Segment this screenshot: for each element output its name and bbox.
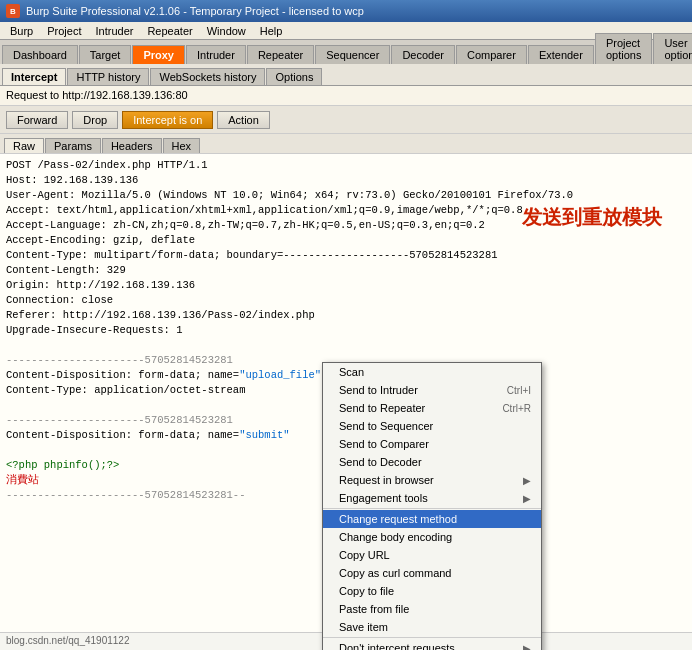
context-menu-item-engagement-tools[interactable]: Engagement tools▶ xyxy=(323,489,541,507)
main-tab-bar: DashboardTargetProxyIntruderRepeaterSequ… xyxy=(0,40,692,64)
context-menu-label: Send to Sequencer xyxy=(339,420,433,432)
context-menu-label: Send to Intruder xyxy=(339,384,418,396)
context-menu-label: Engagement tools xyxy=(339,492,428,504)
context-menu: ScanSend to IntruderCtrl+ISend to Repeat… xyxy=(322,362,542,650)
context-menu-label: Don't intercept requests xyxy=(339,642,455,650)
context-menu-shortcut: Ctrl+R xyxy=(502,403,531,414)
context-menu-item-copy-to-file[interactable]: Copy to file xyxy=(323,582,541,600)
context-menu-label: Copy as curl command xyxy=(339,567,452,579)
context-menu-label: Request in browser xyxy=(339,474,434,486)
secondary-tab-websockets-history[interactable]: WebSockets history xyxy=(150,68,265,85)
context-menu-item-save-item[interactable]: Save item xyxy=(323,618,541,636)
content-tab-bar: RawParamsHeadersHex xyxy=(0,134,692,154)
main-tab-decoder[interactable]: Decoder xyxy=(391,45,455,64)
context-menu-item-copy-as-curl[interactable]: Copy as curl command xyxy=(323,564,541,582)
title-bar: B Burp Suite Professional v2.1.06 - Temp… xyxy=(0,0,692,22)
toolbar: Forward Drop Intercept is on Action xyxy=(0,106,692,134)
context-menu-item-send-to-repeater[interactable]: Send to RepeaterCtrl+R xyxy=(323,399,541,417)
context-menu-label: Send to Repeater xyxy=(339,402,425,414)
content-tab-headers[interactable]: Headers xyxy=(102,138,162,153)
context-menu-item-request-in-browser[interactable]: Request in browser▶ xyxy=(323,471,541,489)
context-menu-item-change-body-encoding[interactable]: Change body encoding xyxy=(323,528,541,546)
forward-button[interactable]: Forward xyxy=(6,111,68,129)
main-tab-user-options[interactable]: User options xyxy=(653,33,692,64)
context-menu-label: Copy to file xyxy=(339,585,394,597)
menu-item-burp[interactable]: Burp xyxy=(4,24,39,38)
context-menu-item-change-request-method[interactable]: Change request method xyxy=(323,510,541,528)
context-menu-label: Copy URL xyxy=(339,549,390,561)
menu-bar: BurpProjectIntruderRepeaterWindowHelp xyxy=(0,22,692,40)
info-bar-text: blog.csdn.net/qq_41901122 xyxy=(6,635,129,646)
action-button[interactable]: Action xyxy=(217,111,270,129)
context-menu-item-paste-from-file[interactable]: Paste from file xyxy=(323,600,541,618)
main-tab-comparer[interactable]: Comparer xyxy=(456,45,527,64)
main-tab-project-options[interactable]: Project options xyxy=(595,33,652,64)
window-title: Burp Suite Professional v2.1.06 - Tempor… xyxy=(26,5,364,17)
main-tab-proxy[interactable]: Proxy xyxy=(132,45,185,64)
context-menu-item-copy-url[interactable]: Copy URL xyxy=(323,546,541,564)
context-menu-item-send-to-intruder[interactable]: Send to IntruderCtrl+I xyxy=(323,381,541,399)
menu-item-repeater[interactable]: Repeater xyxy=(141,24,198,38)
context-menu-item-send-to-sequencer[interactable]: Send to Sequencer xyxy=(323,417,541,435)
drop-button[interactable]: Drop xyxy=(72,111,118,129)
menu-item-help[interactable]: Help xyxy=(254,24,289,38)
content-tab-raw[interactable]: Raw xyxy=(4,138,44,153)
context-menu-label: Send to Decoder xyxy=(339,456,422,468)
main-tab-intruder[interactable]: Intruder xyxy=(186,45,246,64)
secondary-tab-intercept[interactable]: Intercept xyxy=(2,68,66,85)
secondary-tab-bar: InterceptHTTP historyWebSockets historyO… xyxy=(0,64,692,86)
main-tab-target[interactable]: Target xyxy=(79,45,132,64)
context-menu-label: Paste from file xyxy=(339,603,409,615)
context-menu-arrow: ▶ xyxy=(523,643,531,651)
content-tab-params[interactable]: Params xyxy=(45,138,101,153)
context-menu-shortcut: Ctrl+I xyxy=(507,385,531,396)
main-tab-sequencer[interactable]: Sequencer xyxy=(315,45,390,64)
menu-item-project[interactable]: Project xyxy=(41,24,87,38)
context-menu-item-dont-intercept[interactable]: Don't intercept requests▶ xyxy=(323,639,541,650)
menu-item-window[interactable]: Window xyxy=(201,24,252,38)
main-tab-extender[interactable]: Extender xyxy=(528,45,594,64)
context-menu-separator xyxy=(323,508,541,509)
request-info-text: Request to http://192.168.139.136:80 xyxy=(6,89,188,101)
context-menu-arrow: ▶ xyxy=(523,493,531,504)
context-menu-label: Scan xyxy=(339,366,364,378)
content-area: POST /Pass-02/index.php HTTP/1.1 Host: 1… xyxy=(0,154,692,650)
content-tab-hex[interactable]: Hex xyxy=(163,138,201,153)
context-menu-label: Send to Comparer xyxy=(339,438,429,450)
menu-item-intruder[interactable]: Intruder xyxy=(90,24,140,38)
context-menu-label: Change body encoding xyxy=(339,531,452,543)
context-menu-item-scan[interactable]: Scan xyxy=(323,363,541,381)
request-info: Request to http://192.168.139.136:80 xyxy=(0,86,692,106)
secondary-tab-http-history[interactable]: HTTP history xyxy=(67,68,149,85)
main-tab-dashboard[interactable]: Dashboard xyxy=(2,45,78,64)
context-menu-item-send-to-comparer[interactable]: Send to Comparer xyxy=(323,435,541,453)
context-menu-label: Change request method xyxy=(339,513,457,525)
main-tab-repeater[interactable]: Repeater xyxy=(247,45,314,64)
context-menu-item-send-to-decoder[interactable]: Send to Decoder xyxy=(323,453,541,471)
intercept-button[interactable]: Intercept is on xyxy=(122,111,213,129)
context-menu-label: Save item xyxy=(339,621,388,633)
context-menu-separator xyxy=(323,637,541,638)
context-menu-arrow: ▶ xyxy=(523,475,531,486)
app-icon: B xyxy=(6,4,20,18)
secondary-tab-options[interactable]: Options xyxy=(266,68,322,85)
